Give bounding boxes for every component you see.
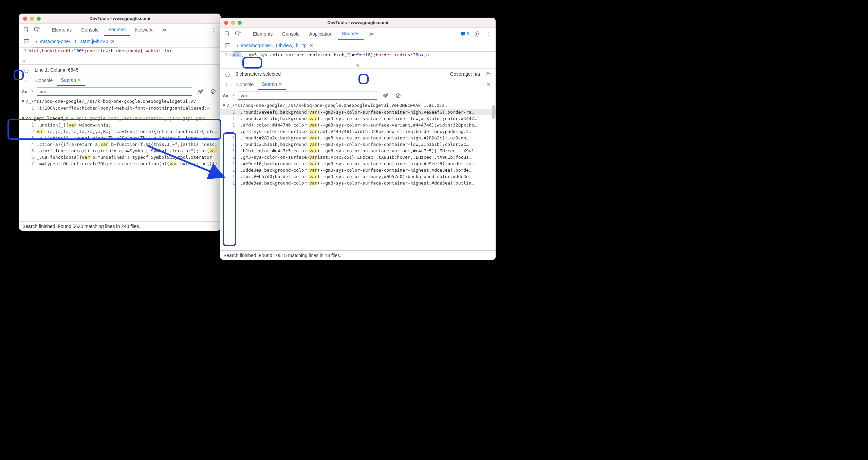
result-row[interactable]: 1..#dde3ea;background-color:var(--gm3-sy… [220,167,496,173]
tab-application[interactable]: Application [305,28,337,40]
window-controls[interactable] [23,17,41,21]
file-tabs: /_/mss/boq-one-…uthview,_b,_tp ✕ [220,40,496,52]
clear-icon[interactable] [393,91,403,100]
close-icon[interactable]: ✕ [77,77,81,83]
main-tab-strip: Elements Console Application Sources ≫ 8… [220,28,496,40]
close-window-icon[interactable] [224,21,228,25]
search-input[interactable] [238,92,377,100]
result-row[interactable]: 1..gm3-sys-color-on-surface-variant,#444… [220,128,496,135]
drawer-tab-console[interactable]: Console [233,79,257,90]
code-line[interactable]: :var(--gm3-sys-color-surface-container-h… [229,52,429,62]
refresh-icon[interactable] [381,91,390,100]
tab-overflow[interactable]: ≫ [158,24,171,36]
tab-console[interactable]: Console [278,28,303,40]
line-number: 1 [19,47,26,54]
tab-overflow[interactable]: ≫ [365,28,378,40]
regex-toggle[interactable]: .* [31,89,34,94]
svg-line-6 [212,90,215,93]
tab-sources[interactable]: Sources [104,24,130,36]
regex-toggle[interactable]: .* [232,93,235,98]
tab-elements[interactable]: Elements [249,28,277,40]
close-icon[interactable]: ✕ [278,81,282,87]
more-icon[interactable]: ⋮ [483,29,493,39]
result-row[interactable]: 1..round:#e9eef6;background:var(--gm3-sy… [220,109,496,115]
code-editor[interactable]: 1 html,body{height:100%;overflow:hidden}… [19,47,221,58]
drawer-tab-console[interactable]: Console [32,75,56,85]
settings-icon[interactable] [473,29,482,39]
tab-network[interactable]: Network [131,24,156,36]
svg-rect-13 [225,43,227,48]
refresh-icon[interactable] [196,87,205,96]
drawer-more-icon[interactable]: ⋮ [222,80,232,89]
svg-point-11 [476,33,478,35]
pretty-print-icon[interactable]: { } [22,65,31,75]
match-case-toggle[interactable]: Aa [223,93,228,98]
minimize-window-icon[interactable] [30,17,34,21]
maximize-window-icon[interactable] [238,21,242,25]
result-row[interactable]: 1..gm3-sys-color-on-surface-variant,#c4c… [220,154,496,160]
result-row[interactable]: 7…==typeof Object.create?Object.create:f… [19,160,221,167]
search-toolbar: Aa .* [220,90,496,102]
code-line[interactable]: html,body{height:100%;overflow:hidden}bo… [29,47,172,58]
result-row[interactable]: 3…a=["object"==typeof globalThis&&global… [19,135,221,141]
result-row[interactable]: 5…ator",function(a){if(a)return a;a=Symb… [19,148,221,154]
search-input[interactable] [37,88,192,96]
close-icon[interactable]: ✕ [111,39,115,44]
show-navigator-icon[interactable] [223,41,232,51]
drawer-tab-search[interactable]: Search ✕ [258,79,285,90]
inspect-icon[interactable] [223,29,232,39]
result-row[interactable]: 1..round:#f8fafd;background:var(--gm3-sy… [220,115,496,122]
tab-sources[interactable]: Sources [338,28,363,40]
svg-rect-2 [38,28,40,32]
file-tab[interactable]: /_/mss/boq-one-…t,_stam,jMb2Vb ✕ [33,36,118,47]
messages-badge[interactable]: 8 [459,31,471,36]
show-navigator-icon[interactable] [22,37,31,46]
result-row[interactable]: 1..round:#1b1b1b;background:var(--gm3-sy… [220,141,496,148]
inspect-icon[interactable] [22,25,31,35]
svg-rect-10 [461,32,465,35]
result-row[interactable]: 1..#dde3ea;background-color:var(--gm3-sy… [220,180,496,186]
pretty-print-icon[interactable]: { } [223,69,232,79]
message-icon [461,32,465,36]
titlebar: DevTools - www.google.com/ [220,18,496,28]
tab-elements[interactable]: Elements [48,24,76,36]
result-row[interactable]: 4…ction(a){if(a)return a;var b=function(… [19,141,221,148]
close-drawer-icon[interactable]: ✕ [484,80,494,89]
window-controls[interactable] [224,21,242,25]
clear-icon[interactable] [208,87,218,96]
maximize-window-icon[interactable] [37,17,41,21]
tab-console[interactable]: Console [77,24,103,36]
result-file-header[interactable]: ▼/_/mss/boq-one-google/_/ss/k=boq-one-go… [19,98,221,105]
drawer-more-icon[interactable]: ⋮ [21,76,31,85]
result-file-header[interactable]: ▼/_/mss/boq-one-google/_/ss/k=boq-one-go… [220,102,496,109]
window-title: DevTools - www.google.com/ [19,16,221,21]
result-row[interactable]: 1..lor:#0b57d0;border-color:var(--gm3-sy… [220,173,496,180]
result-row[interactable]: 1…unction(_){var window=this; [19,122,221,128]
search-results[interactable]: ▼/_/mss/boq-one-google/_/ss/k=boq-one-go… [220,102,496,250]
window-title: DevTools - www.google.com/ [220,20,496,25]
result-row[interactable]: 1..round:#282a2c;background:var(--gm3-sy… [220,135,496,141]
result-row[interactable]: 1..afd);color:#444746;color:var(--gm3-sy… [220,122,496,128]
more-icon[interactable]: ⋮ [208,25,218,35]
drawer-tab-search[interactable]: Search ✕ [57,75,85,86]
result-row[interactable]: 1..b1b);color:#c4c7c5;color:var(--gm3-sy… [220,148,496,154]
close-icon[interactable]: ✕ [309,43,313,48]
result-file-header[interactable]: ▼cb=gapi.loaded_0 — apis.google.com/_/sc… [19,115,221,122]
minimap[interactable] [19,58,221,64]
file-tab[interactable]: /_/mss/boq-one-…uthview,_b,_tp ✕ [234,40,317,52]
minimap[interactable] [220,62,496,69]
match-case-toggle[interactable]: Aa [22,89,27,94]
scrollbar-thumb[interactable] [492,105,495,119]
code-editor[interactable]: 1 :var(--gm3-sys-color-surface-container… [220,52,496,62]
device-toolbar-icon[interactable] [234,29,243,39]
result-row[interactable]: 6_.ua=function(a){var b="undefined"!=typ… [19,154,221,160]
result-row[interactable]: 1..#e9eef6;background-color:var(--gm3-sy… [220,160,496,167]
search-results[interactable]: ▼/_/mss/boq-one-google/_/ss/k=boq-one-go… [19,98,221,221]
editor-status: { } 3 characters selected Coverage: n/a [220,69,496,79]
result-row[interactable]: 2var ia,ja,la,sa,ta,xa,ya,Ba;_.ca=functi… [19,128,221,135]
close-window-icon[interactable] [23,17,27,21]
coverage-icon[interactable] [483,69,493,79]
result-row[interactable]: 1…t:100%;overflow:hidden}body{-webkit-fo… [19,105,221,111]
minimize-window-icon[interactable] [231,21,235,25]
device-toolbar-icon[interactable] [33,25,42,35]
